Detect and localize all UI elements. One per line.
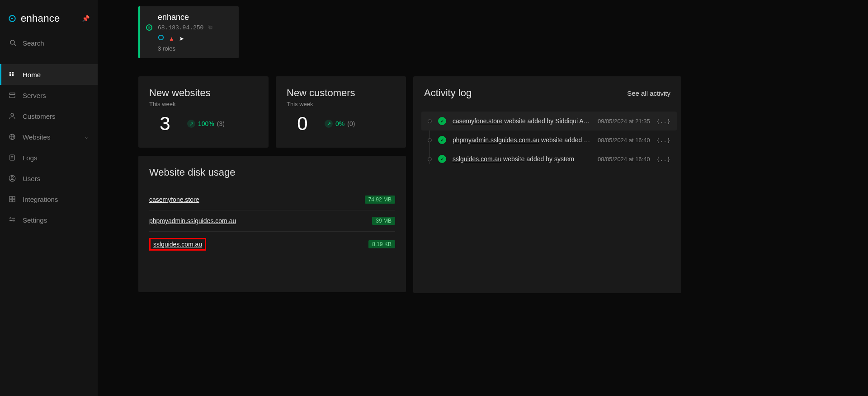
disk-row: phpmyadmin.sslguides.com.au 39 MB [149, 210, 395, 232]
trend-up-icon: ↗ [187, 120, 195, 128]
svg-rect-4 [12, 72, 14, 74]
json-icon[interactable]: {..} [656, 118, 670, 125]
card-title: Website disk usage [149, 167, 395, 178]
activity-row[interactable]: ✓ phpmyadmin.sslguides.com.au website ad… [428, 130, 670, 149]
svg-point-28 [159, 35, 164, 40]
stat-subtitle: This week [149, 101, 258, 107]
websites-icon [8, 133, 16, 141]
json-icon[interactable]: {..} [656, 137, 670, 144]
activity-row[interactable]: ✓ casemyfone.store website added by Sidd… [421, 112, 677, 130]
copy-icon[interactable] [207, 24, 213, 32]
json-icon[interactable]: {..} [656, 156, 670, 163]
disk-usage-card: Website disk usage casemyfone.store 74.9… [138, 156, 406, 292]
activity-time: 08/05/2024 at 16:40 [598, 137, 650, 144]
activity-log-card: Activity log See all activity ✓ casemyfo… [413, 76, 681, 293]
pin-icon[interactable]: 📌 [82, 15, 90, 22]
svg-rect-3 [9, 72, 11, 74]
server-ip: 68.183.94.250 [158, 24, 232, 32]
server-roles-text: 3 roles [158, 45, 232, 52]
nav-item-servers[interactable]: Servers [0, 85, 98, 106]
check-icon: ✓ [438, 117, 446, 125]
server-role-icons: ▲ ➤ [158, 34, 232, 42]
svg-rect-13 [10, 155, 15, 160]
nav-item-websites[interactable]: Websites ⌄ [0, 126, 98, 147]
nav-label: Home [23, 71, 41, 79]
customers-icon [8, 112, 16, 120]
check-icon: ✓ [438, 136, 446, 144]
logo-row: enhance 📌 [0, 9, 98, 33]
nav-item-customers[interactable]: Customers [0, 106, 98, 126]
nav-label: Users [23, 175, 40, 182]
nav: Home Servers Customers Websites ⌄ Logs U… [0, 64, 98, 230]
check-icon: ✓ [438, 155, 446, 163]
activity-time: 08/05/2024 at 16:40 [598, 156, 650, 163]
nav-label: Servers [23, 92, 46, 99]
svg-rect-21 [13, 200, 15, 202]
flame-role-icon: ▲ [169, 35, 175, 42]
home-icon [8, 70, 16, 79]
search-button[interactable]: Search [0, 33, 98, 53]
nav-label: Customers [23, 112, 56, 120]
search-label: Search [23, 39, 44, 47]
brand-name: enhance [21, 13, 77, 24]
timeline-dot-icon [428, 138, 432, 142]
server-name: enhance [158, 13, 232, 22]
activity-time: 09/05/2024 at 21:35 [598, 118, 650, 125]
activity-timeline: ✓ casemyfone.store website added by Sidd… [428, 112, 670, 168]
disk-row: casemyfone.store 74.92 MB [149, 189, 395, 210]
nav-item-home[interactable]: Home [0, 64, 98, 85]
highlighted-site: sslguides.com.au [149, 238, 206, 251]
svg-point-24 [13, 220, 14, 221]
integrations-icon [8, 195, 16, 203]
users-icon [8, 174, 16, 182]
stat-title: New customers [287, 87, 395, 99]
search-icon [9, 39, 17, 47]
disk-size-badge: 8.19 KB [368, 240, 395, 248]
nav-label: Websites [23, 133, 50, 141]
nav-item-users[interactable]: Users [0, 168, 98, 189]
nav-item-settings[interactable]: Settings [0, 210, 98, 230]
stat-value: 3 [149, 113, 181, 135]
logs-icon [8, 154, 16, 162]
svg-point-22 [10, 218, 11, 219]
disk-site-link[interactable]: sslguides.com.au [153, 241, 202, 248]
timeline-dot-icon [428, 157, 432, 161]
stat-trend: ↗ 100% (3) [187, 120, 225, 128]
main-content: enhance 68.183.94.250 ▲ ➤ 3 roles New we… [98, 0, 868, 396]
logo-icon [8, 14, 16, 23]
svg-rect-27 [209, 26, 212, 29]
disk-row: sslguides.com.au 8.19 KB [149, 232, 395, 257]
disk-site-link[interactable]: casemyfone.store [149, 196, 199, 203]
svg-rect-18 [9, 196, 12, 199]
svg-line-2 [14, 44, 16, 46]
stat-card-websites: New websites This week 3 ↗ 100% (3) [138, 76, 269, 148]
stat-title: New websites [149, 87, 258, 99]
activity-text: sslguides.com.au website added by system [453, 155, 591, 163]
enhance-role-icon [158, 34, 164, 42]
svg-rect-19 [13, 196, 15, 199]
trend-up-icon: ↗ [325, 120, 333, 128]
send-role-icon: ➤ [179, 35, 184, 42]
svg-rect-5 [9, 74, 11, 76]
servers-icon [8, 91, 16, 99]
stat-value: 0 [287, 113, 318, 135]
nav-label: Logs [23, 154, 38, 162]
sidebar: enhance 📌 Search Home Servers Customers … [0, 0, 98, 396]
nav-item-logs[interactable]: Logs [0, 147, 98, 168]
nav-label: Settings [23, 216, 47, 224]
disk-site-link[interactable]: phpmyadmin.sslguides.com.au [149, 217, 236, 224]
activity-row[interactable]: ✓ sslguides.com.au website added by syst… [428, 149, 670, 168]
server-card[interactable]: enhance 68.183.94.250 ▲ ➤ 3 roles [138, 6, 239, 58]
chevron-down-icon: ⌄ [84, 134, 89, 140]
disk-size-badge: 74.92 MB [365, 196, 395, 204]
activity-text: phpmyadmin.sslguides.com.au website adde… [453, 136, 591, 144]
status-indicator-icon [146, 24, 152, 31]
stat-trend: ↗ 0% (0) [325, 120, 355, 128]
settings-icon [8, 216, 16, 224]
svg-rect-26 [208, 25, 211, 28]
see-all-link[interactable]: See all activity [627, 89, 670, 97]
svg-rect-7 [9, 93, 15, 95]
svg-point-16 [11, 177, 14, 179]
svg-rect-20 [9, 200, 12, 202]
nav-item-integrations[interactable]: Integrations [0, 189, 98, 210]
